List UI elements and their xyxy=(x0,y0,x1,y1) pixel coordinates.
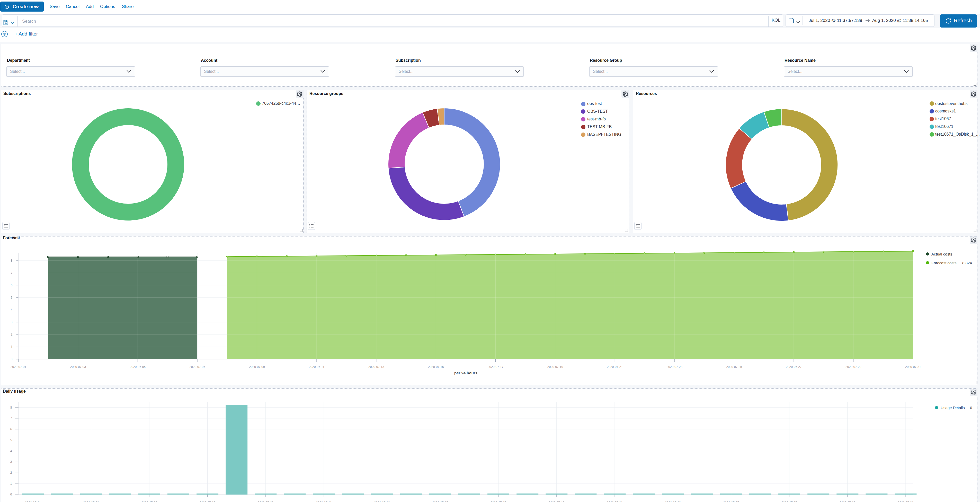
svg-text:2020-07-23: 2020-07-23 xyxy=(665,501,681,502)
svg-text:2020-07-19: 2020-07-19 xyxy=(549,501,565,502)
svg-text:2020-07-01: 2020-07-01 xyxy=(25,501,41,502)
svg-text:2020-07-09: 2020-07-09 xyxy=(258,501,274,502)
svg-text:2020-07-03: 2020-07-03 xyxy=(83,501,99,502)
svg-text:2020-07-05: 2020-07-05 xyxy=(142,501,158,502)
svg-text:2020-07-11: 2020-07-11 xyxy=(316,501,332,502)
svg-text:5: 5 xyxy=(10,438,12,442)
svg-text:2020-07-15: 2020-07-15 xyxy=(433,501,448,502)
svg-text:6: 6 xyxy=(10,427,12,431)
svg-text:2020-07-13: 2020-07-13 xyxy=(374,501,390,502)
svg-text:4: 4 xyxy=(10,449,12,453)
svg-text:2020-07-25: 2020-07-25 xyxy=(723,501,739,502)
svg-text:3: 3 xyxy=(10,460,12,464)
svg-text:2020-07-29: 2020-07-29 xyxy=(840,501,856,502)
svg-text:2: 2 xyxy=(10,471,12,475)
svg-text:1: 1 xyxy=(10,482,12,486)
svg-text:2020-07-27: 2020-07-27 xyxy=(781,501,797,502)
svg-text:8: 8 xyxy=(10,406,12,410)
svg-text:2020-07-07: 2020-07-07 xyxy=(200,501,216,502)
svg-text:2020-07-31: 2020-07-31 xyxy=(898,501,914,502)
svg-text:2020-07-21: 2020-07-21 xyxy=(607,501,623,502)
svg-text:0: 0 xyxy=(10,493,12,496)
svg-text:7: 7 xyxy=(10,417,12,420)
svg-text:2020-07-17: 2020-07-17 xyxy=(490,501,506,502)
